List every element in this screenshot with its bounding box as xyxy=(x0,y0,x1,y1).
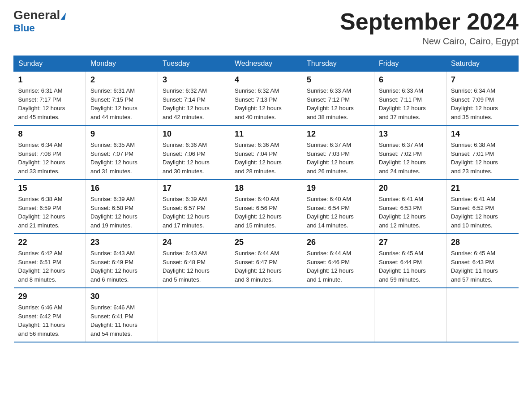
day-info: Sunrise: 6:38 AM Sunset: 7:01 PM Dayligh… xyxy=(451,141,514,176)
day-info: Sunrise: 6:32 AM Sunset: 7:13 PM Dayligh… xyxy=(235,86,297,121)
day-info: Sunrise: 6:45 AM Sunset: 6:44 PM Dayligh… xyxy=(379,249,442,284)
calendar-cell: 7Sunrise: 6:34 AM Sunset: 7:09 PM Daylig… xyxy=(446,72,519,126)
calendar-cell: 29Sunrise: 6:46 AM Sunset: 6:42 PM Dayli… xyxy=(14,288,86,342)
logo-general: General xyxy=(13,9,65,21)
calendar-cell xyxy=(374,288,446,342)
weekday-header-thursday: Thursday xyxy=(302,56,374,72)
calendar-cell: 17Sunrise: 6:39 AM Sunset: 6:57 PM Dayli… xyxy=(158,180,230,234)
weekday-header-monday: Monday xyxy=(86,56,158,72)
weekday-header-friday: Friday xyxy=(374,56,446,72)
day-number: 1 xyxy=(18,75,82,85)
calendar-cell: 26Sunrise: 6:44 AM Sunset: 6:46 PM Dayli… xyxy=(302,234,374,288)
calendar-cell: 11Sunrise: 6:36 AM Sunset: 7:04 PM Dayli… xyxy=(230,125,302,180)
day-info: Sunrise: 6:35 AM Sunset: 7:07 PM Dayligh… xyxy=(90,141,153,176)
calendar-cell: 23Sunrise: 6:43 AM Sunset: 6:49 PM Dayli… xyxy=(86,234,158,288)
calendar-cell: 12Sunrise: 6:37 AM Sunset: 7:03 PM Dayli… xyxy=(302,125,374,180)
day-info: Sunrise: 6:33 AM Sunset: 7:12 PM Dayligh… xyxy=(307,86,369,121)
day-info: Sunrise: 6:39 AM Sunset: 6:58 PM Dayligh… xyxy=(90,195,153,230)
day-info: Sunrise: 6:33 AM Sunset: 7:11 PM Dayligh… xyxy=(379,86,442,121)
day-info: Sunrise: 6:31 AM Sunset: 7:17 PM Dayligh… xyxy=(18,86,82,121)
day-info: Sunrise: 6:31 AM Sunset: 7:15 PM Dayligh… xyxy=(90,86,153,121)
day-info: Sunrise: 6:39 AM Sunset: 6:57 PM Dayligh… xyxy=(163,195,225,230)
day-info: Sunrise: 6:37 AM Sunset: 7:03 PM Dayligh… xyxy=(307,141,369,176)
day-info: Sunrise: 6:41 AM Sunset: 6:53 PM Dayligh… xyxy=(379,195,442,230)
calendar-cell: 16Sunrise: 6:39 AM Sunset: 6:58 PM Dayli… xyxy=(86,180,158,234)
day-info: Sunrise: 6:45 AM Sunset: 6:43 PM Dayligh… xyxy=(451,249,514,284)
calendar-cell: 15Sunrise: 6:38 AM Sunset: 6:59 PM Dayli… xyxy=(14,180,86,234)
logo-blue: Blue xyxy=(13,22,35,34)
day-number: 23 xyxy=(90,238,153,247)
calendar-cell: 8Sunrise: 6:34 AM Sunset: 7:08 PM Daylig… xyxy=(14,125,86,180)
weekday-header-saturday: Saturday xyxy=(446,56,519,72)
calendar-cell xyxy=(446,288,519,342)
day-number: 7 xyxy=(451,75,514,85)
calendar-cell: 3Sunrise: 6:32 AM Sunset: 7:14 PM Daylig… xyxy=(158,72,230,126)
day-number: 20 xyxy=(379,184,442,193)
calendar-cell: 1Sunrise: 6:31 AM Sunset: 7:17 PM Daylig… xyxy=(14,72,86,126)
day-number: 15 xyxy=(18,184,82,193)
day-number: 24 xyxy=(163,238,225,247)
calendar-cell xyxy=(230,288,302,342)
day-info: Sunrise: 6:32 AM Sunset: 7:14 PM Dayligh… xyxy=(163,86,225,121)
weekday-header-sunday: Sunday xyxy=(14,56,86,72)
day-number: 16 xyxy=(90,184,153,193)
day-number: 27 xyxy=(379,238,442,247)
day-number: 30 xyxy=(90,292,153,301)
day-number: 21 xyxy=(451,184,514,193)
day-number: 4 xyxy=(235,75,297,85)
weekday-header-tuesday: Tuesday xyxy=(158,56,230,72)
calendar-cell: 25Sunrise: 6:44 AM Sunset: 6:47 PM Dayli… xyxy=(230,234,302,288)
calendar-cell: 18Sunrise: 6:40 AM Sunset: 6:56 PM Dayli… xyxy=(230,180,302,234)
calendar-week-row: 29Sunrise: 6:46 AM Sunset: 6:42 PM Dayli… xyxy=(14,288,519,342)
calendar-cell: 4Sunrise: 6:32 AM Sunset: 7:13 PM Daylig… xyxy=(230,72,302,126)
calendar-cell: 19Sunrise: 6:40 AM Sunset: 6:54 PM Dayli… xyxy=(302,180,374,234)
calendar-week-row: 1Sunrise: 6:31 AM Sunset: 7:17 PM Daylig… xyxy=(14,72,519,126)
day-info: Sunrise: 6:40 AM Sunset: 6:56 PM Dayligh… xyxy=(235,195,297,230)
day-info: Sunrise: 6:43 AM Sunset: 6:49 PM Dayligh… xyxy=(90,249,153,284)
day-number: 25 xyxy=(235,238,297,247)
day-number: 18 xyxy=(235,184,297,193)
day-number: 13 xyxy=(379,129,442,139)
weekday-header-row: SundayMondayTuesdayWednesdayThursdayFrid… xyxy=(14,56,519,72)
day-number: 26 xyxy=(307,238,369,247)
calendar-cell: 21Sunrise: 6:41 AM Sunset: 6:52 PM Dayli… xyxy=(446,180,519,234)
calendar-cell: 13Sunrise: 6:37 AM Sunset: 7:02 PM Dayli… xyxy=(374,125,446,180)
calendar-cell: 6Sunrise: 6:33 AM Sunset: 7:11 PM Daylig… xyxy=(374,72,446,126)
month-title: September 2024 xyxy=(340,9,519,34)
day-info: Sunrise: 6:46 AM Sunset: 6:41 PM Dayligh… xyxy=(90,303,153,338)
day-number: 5 xyxy=(307,75,369,85)
day-number: 22 xyxy=(18,238,82,247)
day-info: Sunrise: 6:42 AM Sunset: 6:51 PM Dayligh… xyxy=(18,249,82,284)
calendar-cell xyxy=(158,288,230,342)
calendar-cell: 27Sunrise: 6:45 AM Sunset: 6:44 PM Dayli… xyxy=(374,234,446,288)
day-info: Sunrise: 6:41 AM Sunset: 6:52 PM Dayligh… xyxy=(451,195,514,230)
title-block: September 2024 New Cairo, Cairo, Egypt xyxy=(340,9,519,47)
weekday-header-wednesday: Wednesday xyxy=(230,56,302,72)
day-number: 8 xyxy=(18,129,82,139)
day-number: 29 xyxy=(18,292,82,301)
location: New Cairo, Cairo, Egypt xyxy=(340,36,519,47)
calendar-week-row: 15Sunrise: 6:38 AM Sunset: 6:59 PM Dayli… xyxy=(14,180,519,234)
day-number: 17 xyxy=(163,184,225,193)
day-number: 14 xyxy=(451,129,514,139)
day-number: 12 xyxy=(307,129,369,139)
calendar-cell: 22Sunrise: 6:42 AM Sunset: 6:51 PM Dayli… xyxy=(14,234,86,288)
calendar-cell: 24Sunrise: 6:43 AM Sunset: 6:48 PM Dayli… xyxy=(158,234,230,288)
day-number: 10 xyxy=(163,129,225,139)
calendar-cell xyxy=(302,288,374,342)
day-number: 9 xyxy=(90,129,153,139)
day-info: Sunrise: 6:43 AM Sunset: 6:48 PM Dayligh… xyxy=(163,249,225,284)
day-info: Sunrise: 6:36 AM Sunset: 7:06 PM Dayligh… xyxy=(163,141,225,176)
day-info: Sunrise: 6:38 AM Sunset: 6:59 PM Dayligh… xyxy=(18,195,82,230)
day-info: Sunrise: 6:44 AM Sunset: 6:47 PM Dayligh… xyxy=(235,249,297,284)
calendar-cell: 14Sunrise: 6:38 AM Sunset: 7:01 PM Dayli… xyxy=(446,125,519,180)
calendar-table: SundayMondayTuesdayWednesdayThursdayFrid… xyxy=(13,56,519,342)
day-number: 2 xyxy=(90,75,153,85)
day-info: Sunrise: 6:34 AM Sunset: 7:09 PM Dayligh… xyxy=(451,86,514,121)
day-info: Sunrise: 6:44 AM Sunset: 6:46 PM Dayligh… xyxy=(307,249,369,284)
day-info: Sunrise: 6:36 AM Sunset: 7:04 PM Dayligh… xyxy=(235,141,297,176)
day-number: 3 xyxy=(163,75,225,85)
day-number: 6 xyxy=(379,75,442,85)
day-info: Sunrise: 6:37 AM Sunset: 7:02 PM Dayligh… xyxy=(379,141,442,176)
calendar-cell: 9Sunrise: 6:35 AM Sunset: 7:07 PM Daylig… xyxy=(86,125,158,180)
